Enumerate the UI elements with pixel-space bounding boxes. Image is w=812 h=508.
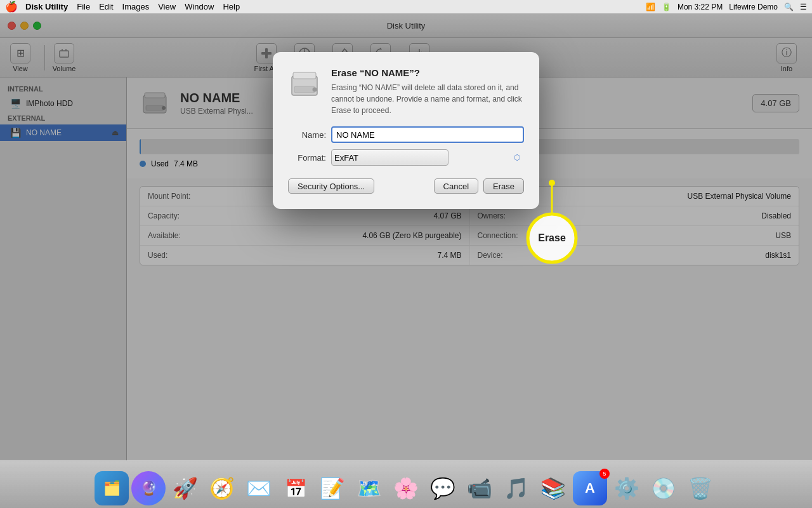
dialog-form: Name: Format: ExFAT Mac OS Extended (Jou… bbox=[288, 126, 524, 166]
dock-item-diskutil[interactable]: 💿 bbox=[646, 471, 681, 505]
security-options-button[interactable]: Security Options... bbox=[288, 178, 374, 194]
dock-item-launchpad[interactable]: 🚀 bbox=[168, 471, 202, 505]
menu-icon[interactable]: ☰ bbox=[800, 3, 807, 11]
clock: Mon 3:22 PM bbox=[678, 3, 723, 11]
battery-icon: 🔋 bbox=[662, 3, 671, 11]
erase-confirm-button[interactable]: Erase bbox=[483, 178, 524, 194]
dock-item-books[interactable]: 📚 bbox=[536, 471, 570, 505]
dock-item-photos[interactable]: 🌸 bbox=[389, 471, 423, 505]
apple-menu[interactable]: 🍎 bbox=[5, 1, 18, 13]
menu-help[interactable]: Help bbox=[223, 2, 240, 11]
app-name[interactable]: Disk Utility bbox=[25, 2, 68, 11]
dock-item-notes[interactable]: 📝 bbox=[315, 471, 350, 505]
dock-item-maps[interactable]: 🗺️ bbox=[352, 471, 386, 505]
menu-view[interactable]: View bbox=[158, 2, 176, 11]
name-label: Name: bbox=[288, 130, 326, 140]
dialog-description: Erasing “NO NAME” will delete all data s… bbox=[331, 82, 524, 116]
dialog-disk-icon bbox=[288, 67, 321, 100]
dock-item-finder[interactable]: 🗂️ bbox=[95, 471, 129, 505]
username: Lifewire Demo bbox=[729, 3, 778, 11]
format-field: Format: ExFAT Mac OS Extended (Journaled… bbox=[288, 149, 524, 166]
dialog-buttons: Security Options... Cancel Erase bbox=[288, 178, 524, 194]
menu-file[interactable]: File bbox=[77, 2, 90, 11]
dock-item-siri[interactable]: 🔮 bbox=[131, 471, 166, 505]
svg-point-16 bbox=[313, 88, 317, 92]
select-arrow-icon: ⬡ bbox=[514, 153, 520, 162]
dock: 🗂️ 🔮 🚀 🧭 ✉️ 📅 📝 🗺️ 🌸 💬 📹 🎵 📚 A 5 ⚙️ bbox=[0, 460, 812, 508]
dock-item-mail[interactable]: ✉️ bbox=[242, 471, 276, 505]
dialog-text: Erase “NO NAME”? Erasing “NO NAME” will … bbox=[331, 67, 524, 116]
menu-images[interactable]: Images bbox=[122, 2, 150, 11]
erase-dialog: Erase “NO NAME”? Erasing “NO NAME” will … bbox=[273, 52, 539, 209]
search-icon[interactable]: 🔍 bbox=[784, 3, 794, 11]
svg-rect-14 bbox=[293, 72, 316, 79]
name-field: Name: bbox=[288, 126, 524, 143]
format-select-wrapper: ExFAT Mac OS Extended (Journaled) MS-DOS… bbox=[331, 149, 524, 166]
menu-window[interactable]: Window bbox=[185, 2, 214, 11]
menubar-right: 📶 🔋 Mon 3:22 PM Lifewire Demo 🔍 ☰ bbox=[646, 3, 807, 11]
dock-item-safari[interactable]: 🧭 bbox=[205, 471, 239, 505]
svg-rect-15 bbox=[294, 86, 315, 93]
format-select[interactable]: ExFAT Mac OS Extended (Journaled) MS-DOS… bbox=[331, 149, 449, 166]
cancel-button[interactable]: Cancel bbox=[434, 178, 478, 194]
dialog-title: Erase “NO NAME”? bbox=[331, 67, 524, 78]
dock-item-appstore[interactable]: A 5 bbox=[573, 471, 607, 505]
dialog-right-buttons: Cancel Erase bbox=[434, 178, 524, 194]
dock-item-music[interactable]: 🎵 bbox=[499, 471, 534, 505]
menu-edit[interactable]: Edit bbox=[99, 2, 113, 11]
dock-item-trash[interactable]: 🗑️ bbox=[683, 471, 717, 505]
menubar: 🍎 Disk Utility File Edit Images View Win… bbox=[0, 0, 812, 14]
name-input[interactable] bbox=[331, 126, 524, 143]
dock-item-calendar[interactable]: 📅 bbox=[278, 471, 313, 505]
dock-item-facetime[interactable]: 📹 bbox=[462, 471, 497, 505]
dock-item-systemprefs[interactable]: ⚙️ bbox=[610, 471, 644, 505]
wifi-icon: 📶 bbox=[646, 3, 655, 11]
dialog-overlay: Erase “NO NAME”? Erasing “NO NAME” will … bbox=[0, 14, 812, 460]
format-label: Format: bbox=[288, 153, 326, 163]
dialog-header: Erase “NO NAME”? Erasing “NO NAME” will … bbox=[288, 67, 524, 116]
dock-item-messages[interactable]: 💬 bbox=[426, 471, 460, 505]
